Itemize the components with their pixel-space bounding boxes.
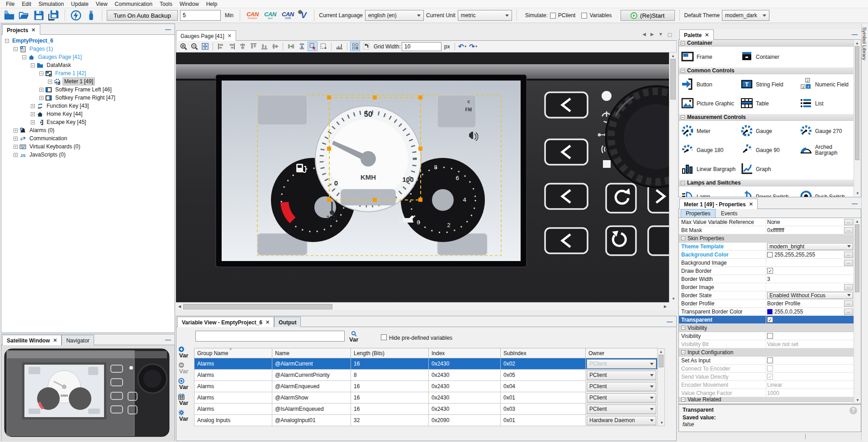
marquee-tool-icon[interactable] (318, 42, 328, 51)
owner-select[interactable]: PClient (587, 382, 656, 391)
ellipsis-button[interactable]: ... (844, 219, 853, 225)
expand-icon[interactable]: + (31, 112, 35, 116)
align-right-icon[interactable] (227, 42, 237, 51)
property-row-value-related[interactable]: −Value Related (679, 397, 854, 402)
tree-item-datamask[interactable]: −DataMask (2, 61, 175, 69)
can-open-icon[interactable]: CANopen (262, 11, 278, 19)
tab-list-icon[interactable]: ▼ (659, 32, 663, 38)
default-theme-select[interactable]: modern_dark (722, 10, 769, 21)
owner-select[interactable]: Hardware Daemon (587, 416, 656, 425)
remove-variable-icon[interactable]: Var (178, 362, 188, 374)
expand-icon[interactable]: + (39, 96, 43, 100)
tab-palette[interactable]: Palette✕ (679, 29, 714, 40)
palette-item-table[interactable]: Table (740, 94, 799, 113)
current-language-select[interactable]: english (en) (365, 10, 424, 21)
palette-item-gauge-270[interactable]: Gauge 270 (799, 122, 856, 141)
property-row-value-change-factor[interactable]: Value Change Factor1000 (679, 389, 854, 397)
property-checkbox[interactable]: ✓ (767, 268, 773, 274)
can-j1939-icon[interactable]: CANJ1939 (280, 11, 295, 19)
property-row-visibility-bit[interactable]: Visibility BitValue not set (679, 340, 854, 348)
tab-navigator[interactable]: Navigator (62, 335, 94, 345)
owner-select[interactable]: PClient (587, 359, 656, 369)
close-icon[interactable]: ✕ (705, 32, 709, 38)
collapse-icon[interactable]: − (14, 47, 18, 51)
palette-item-graph[interactable]: Graph (740, 160, 799, 179)
align-center-icon[interactable] (237, 42, 247, 51)
tab-output[interactable]: Output (274, 317, 301, 327)
property-row-border-width[interactable]: Border Width3 (679, 275, 854, 283)
tree-item-pages-1[interactable]: −Pages (1) (2, 45, 175, 53)
menu-tools[interactable]: Tools (157, 0, 175, 8)
variable-search-input[interactable] (195, 331, 345, 342)
variable-row[interactable]: Alarms@AlarmCurrentPriority80x24300x05PC… (194, 370, 658, 381)
tree-item-javascripts-0[interactable]: +JSJavaScripts (0) (2, 151, 175, 159)
minimize-icon[interactable]: — (165, 336, 171, 343)
minimize-icon[interactable]: — (852, 200, 858, 207)
variables-manager-icon[interactable]: V (298, 10, 309, 20)
flash-device-button[interactable] (70, 9, 82, 22)
tree-item-escape-key-45[interactable]: +Escape Key [45] (2, 118, 175, 126)
expand-icon[interactable]: + (14, 153, 18, 157)
property-row-border-profile[interactable]: Border ProfileBorder Profile... (679, 299, 854, 308)
tree-item-function-key-43[interactable]: +Function Key [43] (2, 102, 175, 110)
restart-button[interactable]: (Re)Start (621, 10, 675, 21)
hide-predefined-checkbox[interactable] (381, 334, 387, 340)
column-header-index[interactable]: Index (429, 348, 501, 358)
property-checkbox[interactable] (767, 333, 773, 339)
save-button[interactable] (33, 9, 45, 22)
column-header-length-bits[interactable]: Length (Bits) (351, 348, 429, 358)
current-unit-select[interactable]: metric (458, 10, 512, 21)
canvas-horizontal-scrollbar[interactable]: ◀▶ (176, 302, 669, 310)
backup-minutes-input[interactable] (180, 10, 221, 21)
redo-icon[interactable]: ↷▼ (469, 42, 479, 51)
collapse-icon[interactable]: − (681, 326, 685, 330)
collapse-icon[interactable]: − (39, 71, 43, 76)
property-row-input-configuration[interactable]: −Input Configuration (679, 348, 854, 356)
tab-projects[interactable]: Projects✕ (2, 24, 40, 35)
palette-item-picture-graphic[interactable]: Picture Graphic (681, 94, 740, 113)
menu-edit[interactable]: Edit (19, 0, 34, 8)
column-header-owner[interactable]: Owner (586, 348, 658, 358)
align-middle-icon[interactable] (270, 42, 280, 51)
expand-icon[interactable]: + (39, 88, 43, 92)
variable-settings-icon[interactable]: Var (178, 409, 188, 422)
tree-item-home-key-44[interactable]: +Home Key [44] (2, 110, 175, 118)
tab-scroll-right-icon[interactable]: ▶ (650, 32, 654, 38)
owner-select[interactable]: PClient (587, 371, 656, 380)
expand-icon[interactable]: + (31, 120, 35, 124)
variable-row[interactable]: Alarms@AlarmEnqueued160x24300x04PClient (194, 381, 658, 392)
search-var-icon[interactable]: Var (349, 331, 358, 342)
tree-item-alarms-0[interactable]: +Alarms (0) (2, 126, 175, 134)
menu-file[interactable]: File (3, 0, 18, 8)
close-icon[interactable]: ✕ (749, 201, 753, 207)
align-top-icon[interactable] (248, 42, 258, 51)
variables-table[interactable]: Group Name∧NameLength (Bits)IndexSubInde… (194, 348, 658, 426)
property-row-connect-to-encoder[interactable]: Connect To Encoder (679, 365, 854, 373)
distribute-horizontal-icon[interactable] (286, 42, 296, 51)
grid-toggle-icon[interactable] (350, 42, 360, 51)
property-row-send-value-directly[interactable]: Send Value Directly✓ (679, 373, 854, 381)
table-vertical-scrollbar[interactable]: ▲▼ (657, 348, 665, 426)
palette-item-push-switch[interactable]: Push Switch (799, 187, 856, 197)
palette-section-measurement-controls[interactable]: −Measurement Controls (679, 114, 854, 121)
minimize-icon[interactable]: — (667, 318, 673, 325)
save-all-button[interactable] (47, 9, 60, 22)
property-row-transparent[interactable]: Transparent✓ (679, 316, 854, 324)
menu-window[interactable]: Window (176, 0, 202, 8)
add-variable-icon[interactable]: Var (178, 346, 188, 358)
owner-select[interactable]: PClient (587, 404, 656, 414)
design-canvas[interactable]: c FM 8 6 4 2 0 50 0 100 KMH (176, 52, 669, 302)
property-checkbox[interactable] (767, 366, 773, 371)
property-row-border-state[interactable]: Border StateEnabled Without Focus (679, 291, 854, 299)
property-row-background-image[interactable]: Background Image... (679, 259, 854, 267)
close-icon[interactable]: ✕ (266, 319, 270, 325)
column-header-name[interactable]: Name (272, 348, 351, 358)
palette-section-lamps-and-switches[interactable]: −Lamps and Switches (679, 180, 854, 186)
property-checkbox[interactable]: ✓ (767, 374, 773, 380)
simulate-variables-checkbox[interactable] (581, 13, 587, 19)
ellipsis-button[interactable]: ... (844, 309, 853, 315)
snap-corner-icon[interactable] (361, 42, 371, 51)
close-icon[interactable]: ✕ (53, 337, 57, 343)
zoom-out-icon[interactable] (189, 42, 199, 51)
variable-row[interactable]: Alarms@AlarmShow160x24300x01PClient (194, 392, 658, 404)
